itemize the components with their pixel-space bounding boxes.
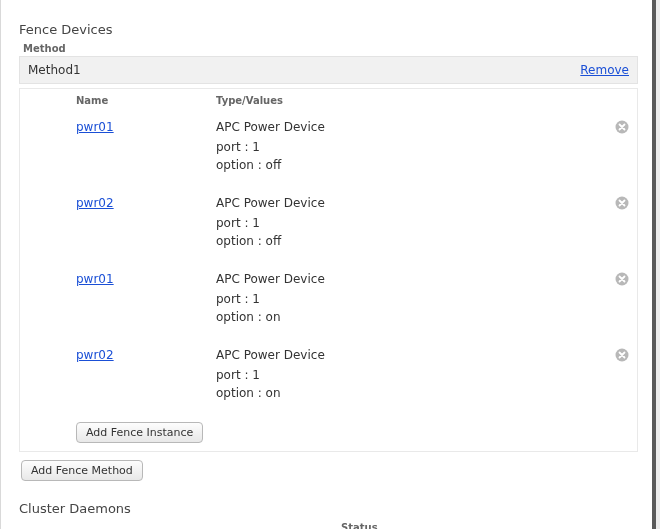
instances-col-type: Type/Values	[216, 95, 605, 106]
fence-instance-name-link[interactable]: pwr01	[76, 120, 114, 134]
remove-instance-icon[interactable]	[615, 272, 629, 286]
fence-instance-type: APC Power Device	[216, 348, 605, 362]
instances-col-name: Name	[76, 95, 216, 106]
remove-instance-icon[interactable]	[615, 120, 629, 134]
method-column-label: Method	[19, 43, 638, 56]
fence-instance-port: port : 1	[216, 292, 605, 306]
add-fence-instance-button[interactable]: Add Fence Instance	[76, 422, 203, 443]
fence-instance-option: option : on	[216, 310, 605, 324]
fence-devices-heading: Fence Devices	[19, 22, 638, 37]
method-header-bar: Method1 Remove	[19, 56, 638, 84]
fence-instance-port: port : 1	[216, 140, 605, 154]
fence-instance-row: pwr01 APC Power Device port : 1 option :…	[20, 112, 637, 188]
fence-instance-row: pwr02 APC Power Device port : 1 option :…	[20, 340, 637, 416]
method-name: Method1	[28, 63, 81, 77]
fence-instance-port: port : 1	[216, 368, 605, 382]
remove-instance-icon[interactable]	[615, 348, 629, 362]
fence-instance-option: option : on	[216, 386, 605, 400]
cluster-daemons-heading: Cluster Daemons	[19, 501, 638, 516]
fence-instance-port: port : 1	[216, 216, 605, 230]
fence-instance-type: APC Power Device	[216, 120, 605, 134]
remove-instance-icon[interactable]	[615, 196, 629, 210]
fence-instances-box: Name Type/Values pwr01 APC Power Device …	[19, 88, 638, 452]
fence-instance-option: option : off	[216, 234, 605, 248]
fence-instance-type: APC Power Device	[216, 196, 605, 210]
add-fence-method-button[interactable]: Add Fence Method	[21, 460, 143, 481]
fence-instance-name-link[interactable]: pwr02	[76, 348, 114, 362]
fence-instance-type: APC Power Device	[216, 272, 605, 286]
remove-method-link[interactable]: Remove	[580, 63, 629, 77]
fence-instance-name-link[interactable]: pwr01	[76, 272, 114, 286]
vertical-scrollbar[interactable]	[652, 0, 656, 529]
fence-instance-row: pwr01 APC Power Device port : 1 option :…	[20, 264, 637, 340]
daemon-status-col: Status	[341, 522, 378, 529]
fence-instance-name-link[interactable]: pwr02	[76, 196, 114, 210]
fence-instance-row: pwr02 APC Power Device port : 1 option :…	[20, 188, 637, 264]
fence-instance-option: option : off	[216, 158, 605, 172]
